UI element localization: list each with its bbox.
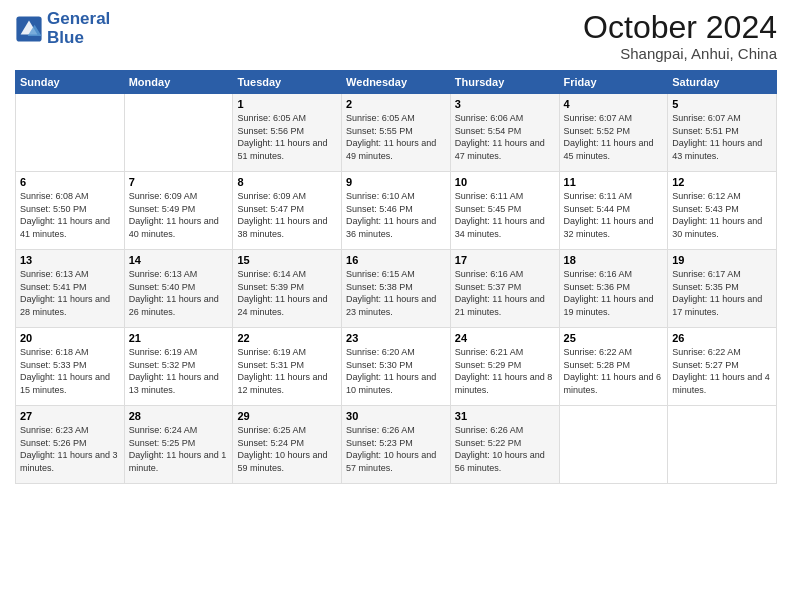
week-row-1: 1Sunrise: 6:05 AM Sunset: 5:56 PM Daylig… [16,94,777,172]
day-number: 1 [237,98,337,110]
day-cell: 20Sunrise: 6:18 AM Sunset: 5:33 PM Dayli… [16,328,125,406]
day-cell: 9Sunrise: 6:10 AM Sunset: 5:46 PM Daylig… [342,172,451,250]
day-number: 27 [20,410,120,422]
logo-line1: General [47,10,110,29]
day-info: Sunrise: 6:23 AM Sunset: 5:26 PM Dayligh… [20,424,120,474]
weekday-header-thursday: Thursday [450,71,559,94]
day-number: 24 [455,332,555,344]
month-title: October 2024 [583,10,777,45]
day-info: Sunrise: 6:06 AM Sunset: 5:54 PM Dayligh… [455,112,555,162]
day-cell: 30Sunrise: 6:26 AM Sunset: 5:23 PM Dayli… [342,406,451,484]
day-number: 7 [129,176,229,188]
day-number: 10 [455,176,555,188]
day-info: Sunrise: 6:22 AM Sunset: 5:28 PM Dayligh… [564,346,664,396]
logo-line2: Blue [47,29,110,48]
day-info: Sunrise: 6:20 AM Sunset: 5:30 PM Dayligh… [346,346,446,396]
day-number: 4 [564,98,664,110]
day-number: 5 [672,98,772,110]
day-cell: 19Sunrise: 6:17 AM Sunset: 5:35 PM Dayli… [668,250,777,328]
day-info: Sunrise: 6:11 AM Sunset: 5:44 PM Dayligh… [564,190,664,240]
day-info: Sunrise: 6:26 AM Sunset: 5:22 PM Dayligh… [455,424,555,474]
day-info: Sunrise: 6:15 AM Sunset: 5:38 PM Dayligh… [346,268,446,318]
day-info: Sunrise: 6:19 AM Sunset: 5:31 PM Dayligh… [237,346,337,396]
logo: General Blue [15,10,110,47]
day-number: 31 [455,410,555,422]
day-cell: 3Sunrise: 6:06 AM Sunset: 5:54 PM Daylig… [450,94,559,172]
calendar-body: 1Sunrise: 6:05 AM Sunset: 5:56 PM Daylig… [16,94,777,484]
day-number: 29 [237,410,337,422]
day-number: 30 [346,410,446,422]
day-cell: 21Sunrise: 6:19 AM Sunset: 5:32 PM Dayli… [124,328,233,406]
day-number: 23 [346,332,446,344]
day-info: Sunrise: 6:05 AM Sunset: 5:55 PM Dayligh… [346,112,446,162]
day-number: 17 [455,254,555,266]
day-cell: 10Sunrise: 6:11 AM Sunset: 5:45 PM Dayli… [450,172,559,250]
weekday-header-monday: Monday [124,71,233,94]
day-info: Sunrise: 6:09 AM Sunset: 5:49 PM Dayligh… [129,190,229,240]
day-cell: 16Sunrise: 6:15 AM Sunset: 5:38 PM Dayli… [342,250,451,328]
day-info: Sunrise: 6:17 AM Sunset: 5:35 PM Dayligh… [672,268,772,318]
day-info: Sunrise: 6:25 AM Sunset: 5:24 PM Dayligh… [237,424,337,474]
day-cell: 13Sunrise: 6:13 AM Sunset: 5:41 PM Dayli… [16,250,125,328]
day-cell [16,94,125,172]
day-cell: 8Sunrise: 6:09 AM Sunset: 5:47 PM Daylig… [233,172,342,250]
weekday-header-tuesday: Tuesday [233,71,342,94]
day-cell: 15Sunrise: 6:14 AM Sunset: 5:39 PM Dayli… [233,250,342,328]
calendar-table: SundayMondayTuesdayWednesdayThursdayFrid… [15,70,777,484]
day-info: Sunrise: 6:05 AM Sunset: 5:56 PM Dayligh… [237,112,337,162]
day-number: 12 [672,176,772,188]
day-number: 14 [129,254,229,266]
day-cell: 12Sunrise: 6:12 AM Sunset: 5:43 PM Dayli… [668,172,777,250]
day-cell: 28Sunrise: 6:24 AM Sunset: 5:25 PM Dayli… [124,406,233,484]
day-cell: 5Sunrise: 6:07 AM Sunset: 5:51 PM Daylig… [668,94,777,172]
day-number: 16 [346,254,446,266]
day-cell: 2Sunrise: 6:05 AM Sunset: 5:55 PM Daylig… [342,94,451,172]
day-cell [668,406,777,484]
day-cell: 22Sunrise: 6:19 AM Sunset: 5:31 PM Dayli… [233,328,342,406]
day-cell: 17Sunrise: 6:16 AM Sunset: 5:37 PM Dayli… [450,250,559,328]
day-cell: 18Sunrise: 6:16 AM Sunset: 5:36 PM Dayli… [559,250,668,328]
week-row-2: 6Sunrise: 6:08 AM Sunset: 5:50 PM Daylig… [16,172,777,250]
day-cell: 26Sunrise: 6:22 AM Sunset: 5:27 PM Dayli… [668,328,777,406]
day-cell: 14Sunrise: 6:13 AM Sunset: 5:40 PM Dayli… [124,250,233,328]
day-info: Sunrise: 6:16 AM Sunset: 5:36 PM Dayligh… [564,268,664,318]
header: General Blue October 2024 Shangpai, Anhu… [15,10,777,62]
day-cell: 31Sunrise: 6:26 AM Sunset: 5:22 PM Dayli… [450,406,559,484]
weekday-header-friday: Friday [559,71,668,94]
day-cell: 23Sunrise: 6:20 AM Sunset: 5:30 PM Dayli… [342,328,451,406]
day-number: 11 [564,176,664,188]
day-info: Sunrise: 6:18 AM Sunset: 5:33 PM Dayligh… [20,346,120,396]
day-cell: 27Sunrise: 6:23 AM Sunset: 5:26 PM Dayli… [16,406,125,484]
day-cell: 11Sunrise: 6:11 AM Sunset: 5:44 PM Dayli… [559,172,668,250]
day-cell [559,406,668,484]
day-info: Sunrise: 6:22 AM Sunset: 5:27 PM Dayligh… [672,346,772,396]
day-number: 18 [564,254,664,266]
day-number: 2 [346,98,446,110]
logo-icon [15,15,43,43]
day-number: 21 [129,332,229,344]
day-cell: 1Sunrise: 6:05 AM Sunset: 5:56 PM Daylig… [233,94,342,172]
day-info: Sunrise: 6:11 AM Sunset: 5:45 PM Dayligh… [455,190,555,240]
day-info: Sunrise: 6:07 AM Sunset: 5:51 PM Dayligh… [672,112,772,162]
day-number: 25 [564,332,664,344]
day-number: 13 [20,254,120,266]
day-info: Sunrise: 6:08 AM Sunset: 5:50 PM Dayligh… [20,190,120,240]
week-row-4: 20Sunrise: 6:18 AM Sunset: 5:33 PM Dayli… [16,328,777,406]
day-number: 6 [20,176,120,188]
day-number: 3 [455,98,555,110]
day-number: 8 [237,176,337,188]
day-cell [124,94,233,172]
day-number: 9 [346,176,446,188]
day-cell: 24Sunrise: 6:21 AM Sunset: 5:29 PM Dayli… [450,328,559,406]
day-cell: 29Sunrise: 6:25 AM Sunset: 5:24 PM Dayli… [233,406,342,484]
day-number: 19 [672,254,772,266]
day-info: Sunrise: 6:10 AM Sunset: 5:46 PM Dayligh… [346,190,446,240]
day-info: Sunrise: 6:13 AM Sunset: 5:41 PM Dayligh… [20,268,120,318]
day-number: 20 [20,332,120,344]
day-number: 15 [237,254,337,266]
day-cell: 7Sunrise: 6:09 AM Sunset: 5:49 PM Daylig… [124,172,233,250]
day-info: Sunrise: 6:07 AM Sunset: 5:52 PM Dayligh… [564,112,664,162]
location-subtitle: Shangpai, Anhui, China [583,45,777,62]
weekday-header-wednesday: Wednesday [342,71,451,94]
day-info: Sunrise: 6:09 AM Sunset: 5:47 PM Dayligh… [237,190,337,240]
